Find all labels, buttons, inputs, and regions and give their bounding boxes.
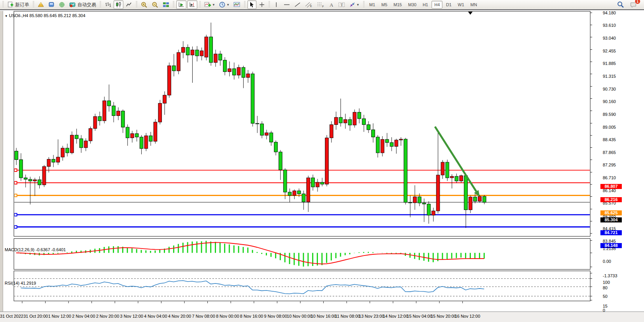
candle xyxy=(42,166,46,185)
candlestick-chart-button[interactable] xyxy=(114,0,123,9)
timeframe-button-D1[interactable]: D1 xyxy=(443,1,454,9)
hline-anchor xyxy=(14,169,17,172)
candle xyxy=(450,176,454,178)
bar-chart-button[interactable] xyxy=(103,0,113,9)
zoom-in-button[interactable] xyxy=(139,0,149,9)
auto-scroll-button[interactable] xyxy=(176,0,186,9)
chart-shift-icon xyxy=(189,2,196,8)
line-chart-button[interactable] xyxy=(124,0,134,9)
candle xyxy=(232,69,236,75)
candle xyxy=(52,159,55,162)
fibonacci-button[interactable]: F xyxy=(315,0,326,9)
vertical-line-button[interactable] xyxy=(272,0,281,9)
candle xyxy=(200,51,204,56)
price-axis-label: 93.040 xyxy=(603,36,616,40)
candle xyxy=(469,197,472,210)
market-watch-icon xyxy=(38,2,44,8)
timeframe-button-H4[interactable]: H4 xyxy=(432,1,442,9)
svg-text:T: T xyxy=(340,2,343,7)
data-window-button[interactable] xyxy=(47,0,56,9)
candle xyxy=(135,134,139,137)
candle xyxy=(427,204,430,215)
notifications-button[interactable]: 1 xyxy=(628,0,639,9)
chart-window[interactable]: ▼ USOil-,H4 85.580 85.645 85.212 85.304 … xyxy=(0,11,644,322)
timeframe-button-M30[interactable]: M30 xyxy=(405,1,419,9)
candle xyxy=(38,180,41,185)
rsi-axis-label: 0 xyxy=(603,308,605,313)
chart-canvas[interactable] xyxy=(0,11,644,322)
candle xyxy=(126,127,129,138)
toolbar-grip xyxy=(33,1,34,8)
candle xyxy=(205,37,208,57)
macd-axis-label: 1.2135 xyxy=(603,246,616,251)
candle xyxy=(186,47,190,55)
rsi-name: RSI(14) xyxy=(5,281,19,285)
trendline-button[interactable] xyxy=(293,0,303,9)
macd-axis-label: 0.00 xyxy=(603,259,611,264)
candle xyxy=(214,54,218,63)
timeframe-button-M15[interactable]: M15 xyxy=(391,1,404,9)
date-axis-label: 16 Nov 12:00 xyxy=(455,314,480,318)
text-label-icon: T xyxy=(338,2,345,8)
current-price-badge: 85.304 xyxy=(600,217,622,222)
timeframe-button-M5[interactable]: M5 xyxy=(379,1,390,9)
line-chart-icon xyxy=(126,2,132,8)
market-watch-button[interactable] xyxy=(36,0,46,9)
candle xyxy=(293,191,296,196)
candle xyxy=(219,54,222,60)
timeframe-button-W1[interactable]: W1 xyxy=(455,1,467,9)
macd-values: -0.6367 -0.6401 xyxy=(35,247,66,252)
toolbar-grip xyxy=(136,1,137,8)
templates-icon xyxy=(233,2,240,8)
candle xyxy=(483,196,486,202)
periods-button[interactable]: ▼ xyxy=(218,0,231,9)
auto-trading-button[interactable]: 自动交易 xyxy=(68,0,98,9)
chart-title-symbol: USOil-,H4 xyxy=(9,13,28,18)
date-axis-label: 31 Oct 20:00 xyxy=(23,314,48,318)
date-axis-label: 1 Nov 12:00 xyxy=(48,314,71,318)
candle xyxy=(274,142,278,152)
add-indicator-icon xyxy=(204,2,211,8)
candle xyxy=(181,47,185,52)
candle xyxy=(395,140,398,146)
horizontal-line-button[interactable] xyxy=(282,0,292,9)
chart-shift-button[interactable] xyxy=(187,0,197,9)
date-axis-label: 13 Nov 23:00 xyxy=(359,314,384,318)
candle xyxy=(228,69,231,72)
crosshair-button[interactable] xyxy=(257,0,267,9)
add-indicator-button[interactable]: ▼ xyxy=(203,0,217,9)
tile-windows-button[interactable] xyxy=(161,0,171,9)
cursor-button[interactable] xyxy=(247,0,256,9)
candle xyxy=(376,137,379,153)
search-button[interactable] xyxy=(615,0,626,9)
channel-button[interactable]: E xyxy=(304,0,314,9)
timeframe-button-M1[interactable]: M1 xyxy=(367,1,378,9)
timeframe-button-H1[interactable]: H1 xyxy=(420,1,431,9)
templates-button[interactable] xyxy=(232,0,242,9)
timeframe-button-MN[interactable]: MN xyxy=(468,1,480,9)
auto-trading-label: 自动交易 xyxy=(77,2,96,8)
fibonacci-icon: F xyxy=(317,2,325,8)
text-button[interactable]: A xyxy=(327,0,336,9)
hline-anchor xyxy=(14,226,17,228)
date-axis-label: 7 Nov 08:00 xyxy=(192,314,215,318)
auto-trading-icon xyxy=(69,2,76,8)
arrows-button[interactable]: ▼ xyxy=(347,0,361,9)
new-order-button[interactable]: 新订单 xyxy=(6,0,31,9)
zoom-out-button[interactable] xyxy=(150,0,160,9)
navigator-button[interactable] xyxy=(57,0,67,9)
candle xyxy=(348,119,352,125)
candle xyxy=(140,137,143,149)
candle xyxy=(311,178,315,187)
price-axis-label: 92.455 xyxy=(603,49,616,53)
candle xyxy=(302,194,305,202)
text-label-button[interactable]: T xyxy=(337,0,347,9)
chart-title-arrow-icon: ▼ xyxy=(5,14,8,18)
price-axis-label: 93.610 xyxy=(603,23,616,28)
candle xyxy=(441,162,444,175)
macd-axis-label: -1.3733 xyxy=(603,273,617,278)
candle xyxy=(353,112,356,125)
candle xyxy=(321,182,324,184)
candle xyxy=(418,197,421,203)
rsi-value: 41.2919 xyxy=(21,281,36,285)
